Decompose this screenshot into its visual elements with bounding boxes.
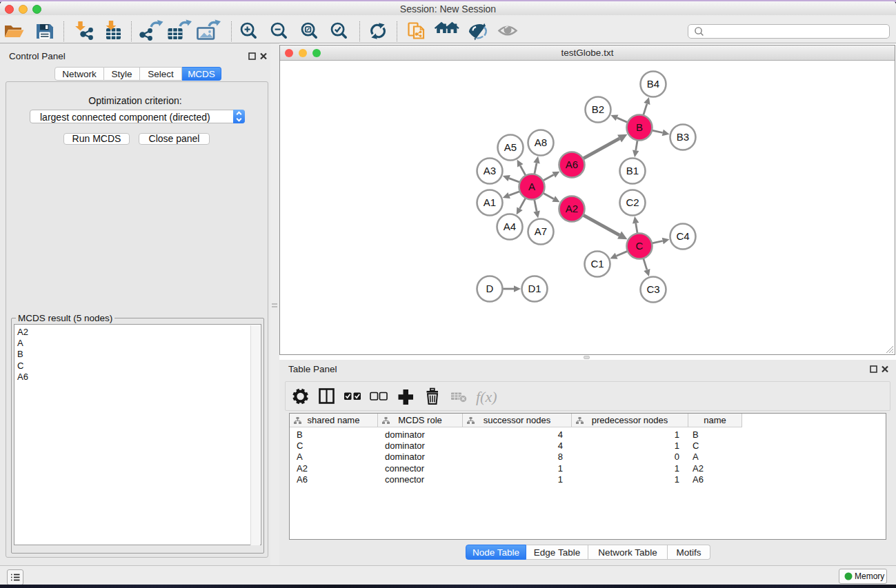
svg-text:A2: A2 <box>566 203 578 214</box>
svg-text:B4: B4 <box>647 78 659 90</box>
svg-text:B3: B3 <box>677 131 689 143</box>
svg-text:A4: A4 <box>504 221 516 232</box>
svg-text:B: B <box>636 121 643 133</box>
svg-text:C1: C1 <box>590 258 604 270</box>
svg-text:D1: D1 <box>528 283 541 294</box>
svg-text:B2: B2 <box>592 103 604 115</box>
svg-text:D: D <box>486 283 494 294</box>
svg-text:C3: C3 <box>646 283 659 295</box>
svg-text:C4: C4 <box>676 230 689 242</box>
svg-text:f(x): f(x) <box>476 388 497 405</box>
svg-text:A1: A1 <box>484 196 496 208</box>
svg-text:A5: A5 <box>504 141 517 153</box>
svg-text:A8: A8 <box>535 136 547 148</box>
svg-text:A3: A3 <box>484 165 496 176</box>
svg-text:A: A <box>528 181 535 192</box>
svg-text:A7: A7 <box>535 225 547 237</box>
svg-text:B1: B1 <box>626 165 639 176</box>
svg-text:C: C <box>636 240 644 252</box>
svg-text:A6: A6 <box>566 159 578 170</box>
svg-text:C2: C2 <box>626 196 639 208</box>
